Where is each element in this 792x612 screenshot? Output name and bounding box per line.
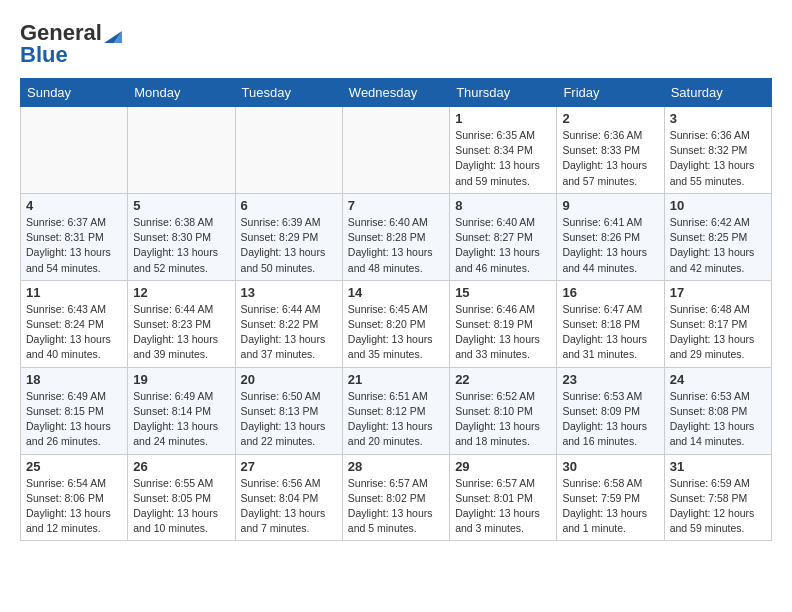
day-number: 4: [26, 198, 122, 213]
day-number: 9: [562, 198, 658, 213]
empty-cell: [21, 107, 128, 194]
day-number: 11: [26, 285, 122, 300]
day-cell-7: 7Sunrise: 6:40 AM Sunset: 8:28 PM Daylig…: [342, 193, 449, 280]
day-info: Sunrise: 6:40 AM Sunset: 8:28 PM Dayligh…: [348, 215, 444, 276]
day-cell-23: 23Sunrise: 6:53 AM Sunset: 8:09 PM Dayli…: [557, 367, 664, 454]
day-cell-28: 28Sunrise: 6:57 AM Sunset: 8:02 PM Dayli…: [342, 454, 449, 541]
day-info: Sunrise: 6:57 AM Sunset: 8:01 PM Dayligh…: [455, 476, 551, 537]
day-number: 16: [562, 285, 658, 300]
day-number: 28: [348, 459, 444, 474]
day-cell-18: 18Sunrise: 6:49 AM Sunset: 8:15 PM Dayli…: [21, 367, 128, 454]
day-info: Sunrise: 6:56 AM Sunset: 8:04 PM Dayligh…: [241, 476, 337, 537]
day-number: 19: [133, 372, 229, 387]
day-cell-22: 22Sunrise: 6:52 AM Sunset: 8:10 PM Dayli…: [450, 367, 557, 454]
day-number: 8: [455, 198, 551, 213]
day-number: 1: [455, 111, 551, 126]
day-number: 25: [26, 459, 122, 474]
day-number: 14: [348, 285, 444, 300]
weekday-header-wednesday: Wednesday: [342, 79, 449, 107]
day-number: 26: [133, 459, 229, 474]
day-info: Sunrise: 6:49 AM Sunset: 8:15 PM Dayligh…: [26, 389, 122, 450]
day-number: 6: [241, 198, 337, 213]
day-cell-26: 26Sunrise: 6:55 AM Sunset: 8:05 PM Dayli…: [128, 454, 235, 541]
day-number: 21: [348, 372, 444, 387]
day-info: Sunrise: 6:44 AM Sunset: 8:22 PM Dayligh…: [241, 302, 337, 363]
day-number: 12: [133, 285, 229, 300]
day-info: Sunrise: 6:55 AM Sunset: 8:05 PM Dayligh…: [133, 476, 229, 537]
day-info: Sunrise: 6:38 AM Sunset: 8:30 PM Dayligh…: [133, 215, 229, 276]
day-info: Sunrise: 6:59 AM Sunset: 7:58 PM Dayligh…: [670, 476, 766, 537]
day-info: Sunrise: 6:39 AM Sunset: 8:29 PM Dayligh…: [241, 215, 337, 276]
calendar-week-row: 4Sunrise: 6:37 AM Sunset: 8:31 PM Daylig…: [21, 193, 772, 280]
calendar-table: SundayMondayTuesdayWednesdayThursdayFrid…: [20, 78, 772, 541]
day-cell-12: 12Sunrise: 6:44 AM Sunset: 8:23 PM Dayli…: [128, 280, 235, 367]
day-cell-15: 15Sunrise: 6:46 AM Sunset: 8:19 PM Dayli…: [450, 280, 557, 367]
day-cell-10: 10Sunrise: 6:42 AM Sunset: 8:25 PM Dayli…: [664, 193, 771, 280]
day-number: 30: [562, 459, 658, 474]
day-info: Sunrise: 6:50 AM Sunset: 8:13 PM Dayligh…: [241, 389, 337, 450]
day-cell-11: 11Sunrise: 6:43 AM Sunset: 8:24 PM Dayli…: [21, 280, 128, 367]
day-number: 29: [455, 459, 551, 474]
day-number: 2: [562, 111, 658, 126]
day-info: Sunrise: 6:42 AM Sunset: 8:25 PM Dayligh…: [670, 215, 766, 276]
day-number: 13: [241, 285, 337, 300]
weekday-header-thursday: Thursday: [450, 79, 557, 107]
day-number: 5: [133, 198, 229, 213]
day-info: Sunrise: 6:52 AM Sunset: 8:10 PM Dayligh…: [455, 389, 551, 450]
day-number: 23: [562, 372, 658, 387]
day-cell-17: 17Sunrise: 6:48 AM Sunset: 8:17 PM Dayli…: [664, 280, 771, 367]
day-info: Sunrise: 6:36 AM Sunset: 8:32 PM Dayligh…: [670, 128, 766, 189]
day-cell-31: 31Sunrise: 6:59 AM Sunset: 7:58 PM Dayli…: [664, 454, 771, 541]
day-number: 15: [455, 285, 551, 300]
day-cell-2: 2Sunrise: 6:36 AM Sunset: 8:33 PM Daylig…: [557, 107, 664, 194]
day-number: 3: [670, 111, 766, 126]
page-container: General Blue SundayMondayTuesdayWednesda…: [20, 20, 772, 541]
day-info: Sunrise: 6:48 AM Sunset: 8:17 PM Dayligh…: [670, 302, 766, 363]
day-number: 7: [348, 198, 444, 213]
day-info: Sunrise: 6:49 AM Sunset: 8:14 PM Dayligh…: [133, 389, 229, 450]
day-cell-30: 30Sunrise: 6:58 AM Sunset: 7:59 PM Dayli…: [557, 454, 664, 541]
day-cell-6: 6Sunrise: 6:39 AM Sunset: 8:29 PM Daylig…: [235, 193, 342, 280]
day-number: 17: [670, 285, 766, 300]
day-info: Sunrise: 6:57 AM Sunset: 8:02 PM Dayligh…: [348, 476, 444, 537]
day-cell-20: 20Sunrise: 6:50 AM Sunset: 8:13 PM Dayli…: [235, 367, 342, 454]
calendar-week-row: 1Sunrise: 6:35 AM Sunset: 8:34 PM Daylig…: [21, 107, 772, 194]
calendar-week-row: 25Sunrise: 6:54 AM Sunset: 8:06 PM Dayli…: [21, 454, 772, 541]
day-number: 27: [241, 459, 337, 474]
page-header: General Blue: [20, 20, 772, 68]
empty-cell: [128, 107, 235, 194]
day-info: Sunrise: 6:40 AM Sunset: 8:27 PM Dayligh…: [455, 215, 551, 276]
day-number: 10: [670, 198, 766, 213]
day-cell-3: 3Sunrise: 6:36 AM Sunset: 8:32 PM Daylig…: [664, 107, 771, 194]
day-cell-5: 5Sunrise: 6:38 AM Sunset: 8:30 PM Daylig…: [128, 193, 235, 280]
day-info: Sunrise: 6:47 AM Sunset: 8:18 PM Dayligh…: [562, 302, 658, 363]
day-cell-4: 4Sunrise: 6:37 AM Sunset: 8:31 PM Daylig…: [21, 193, 128, 280]
day-number: 18: [26, 372, 122, 387]
logo-blue-text: Blue: [20, 42, 68, 68]
calendar-week-row: 18Sunrise: 6:49 AM Sunset: 8:15 PM Dayli…: [21, 367, 772, 454]
day-info: Sunrise: 6:37 AM Sunset: 8:31 PM Dayligh…: [26, 215, 122, 276]
day-cell-29: 29Sunrise: 6:57 AM Sunset: 8:01 PM Dayli…: [450, 454, 557, 541]
day-info: Sunrise: 6:41 AM Sunset: 8:26 PM Dayligh…: [562, 215, 658, 276]
day-cell-19: 19Sunrise: 6:49 AM Sunset: 8:14 PM Dayli…: [128, 367, 235, 454]
empty-cell: [342, 107, 449, 194]
day-cell-27: 27Sunrise: 6:56 AM Sunset: 8:04 PM Dayli…: [235, 454, 342, 541]
weekday-header-saturday: Saturday: [664, 79, 771, 107]
day-info: Sunrise: 6:46 AM Sunset: 8:19 PM Dayligh…: [455, 302, 551, 363]
day-cell-13: 13Sunrise: 6:44 AM Sunset: 8:22 PM Dayli…: [235, 280, 342, 367]
day-number: 20: [241, 372, 337, 387]
day-cell-21: 21Sunrise: 6:51 AM Sunset: 8:12 PM Dayli…: [342, 367, 449, 454]
day-info: Sunrise: 6:53 AM Sunset: 8:08 PM Dayligh…: [670, 389, 766, 450]
weekday-header-friday: Friday: [557, 79, 664, 107]
day-info: Sunrise: 6:44 AM Sunset: 8:23 PM Dayligh…: [133, 302, 229, 363]
weekday-header-tuesday: Tuesday: [235, 79, 342, 107]
day-number: 24: [670, 372, 766, 387]
day-cell-25: 25Sunrise: 6:54 AM Sunset: 8:06 PM Dayli…: [21, 454, 128, 541]
day-number: 31: [670, 459, 766, 474]
weekday-header-sunday: Sunday: [21, 79, 128, 107]
day-info: Sunrise: 6:43 AM Sunset: 8:24 PM Dayligh…: [26, 302, 122, 363]
day-cell-8: 8Sunrise: 6:40 AM Sunset: 8:27 PM Daylig…: [450, 193, 557, 280]
empty-cell: [235, 107, 342, 194]
weekday-header-monday: Monday: [128, 79, 235, 107]
logo-bird-icon: [104, 23, 122, 43]
